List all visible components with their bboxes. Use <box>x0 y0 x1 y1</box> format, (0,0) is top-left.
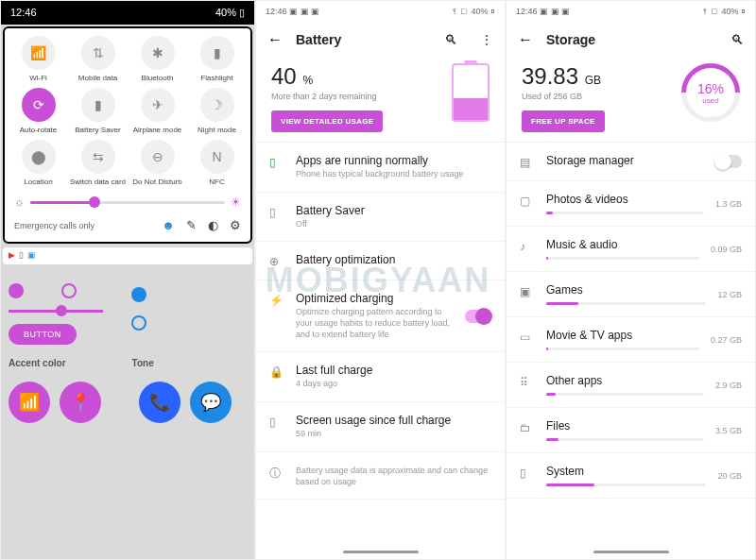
search-icon[interactable]: 🔍︎ <box>444 32 457 47</box>
qs-tile-switch-data-card[interactable]: ⇆Switch data card <box>68 140 128 186</box>
back-icon[interactable]: ← <box>267 31 283 48</box>
list-item[interactable]: 🗀 Files3.5 GB <box>507 408 755 453</box>
item-title: Games <box>546 283 706 297</box>
nav-bar[interactable] <box>593 551 669 553</box>
qs-tile-label: Switch data card <box>70 178 126 186</box>
search-icon[interactable]: 🔍︎ <box>730 32 744 47</box>
notification-tray[interactable]: ▶▯▣ <box>3 247 252 264</box>
qs-tile-label: Do Not Disturb <box>132 178 181 186</box>
qs-tile-label: Battery Saver <box>75 126 120 134</box>
page-title: Battery <box>296 32 421 47</box>
item-icon: ▣ <box>520 285 535 298</box>
quick-settings-card: 📶Wi-Fi⇅Mobile data✱Bluetooth▮Flashlight⟳… <box>3 26 252 244</box>
list-item[interactable]: ⊕ Battery optimization <box>256 242 505 280</box>
list-item[interactable]: ▢ Photos & videos1.3 GB <box>507 181 755 227</box>
list-item[interactable]: 🔒 Last full charge 4 days ago <box>256 352 505 402</box>
qs-tile-airplane-mode[interactable]: ✈Airplane mode <box>128 88 187 134</box>
toggle[interactable] <box>715 155 742 168</box>
item-icon: ▯ <box>269 206 284 219</box>
qs-tile-mobile-data[interactable]: ⇅Mobile data <box>68 36 128 82</box>
qs-tile-bluetooth[interactable]: ✱Bluetooth <box>128 36 187 82</box>
list-item[interactable]: ▯ Screen usage since full charge 59 min <box>256 402 505 452</box>
storage-panel: 12:46 ▣ ▣ ▣ ⫯ ⬚ 40% ▯ ← Storage 🔍︎ 39.83… <box>506 0 756 560</box>
item-icon: ⊕ <box>269 255 284 268</box>
item-value: 0.09 GB <box>711 245 742 254</box>
accent-wifi-icon: 📶 <box>9 382 50 423</box>
list-item[interactable]: ▤ Storage manager <box>507 143 755 181</box>
qs-tile-label: Airplane mode <box>133 126 182 134</box>
item-title: Optimized charging <box>296 292 454 305</box>
list-item[interactable]: ♪ Music & audio0.09 GB <box>507 227 755 272</box>
item-subtitle: Optimize charging pattern according to y… <box>296 307 454 340</box>
item-title: Files <box>546 419 704 433</box>
item-title: Movie & TV apps <box>546 329 699 342</box>
qs-tile-flashlight[interactable]: ▮Flashlight <box>187 36 247 82</box>
status-battery: 40% ▯ <box>215 7 245 19</box>
nav-bar[interactable] <box>343 551 419 553</box>
more-icon[interactable]: ⋮ <box>480 32 493 47</box>
list-item[interactable]: ⠿ Other apps2.9 GB <box>507 363 755 408</box>
qs-tile-night-mode[interactable]: ☽Night mode <box>187 88 247 134</box>
item-icon: ▯ <box>269 156 284 169</box>
qs-tile-label: Auto-rotate <box>20 126 58 134</box>
qs-tile-label: Location <box>24 178 52 186</box>
accent-label: Accent color <box>9 358 66 368</box>
theme-icon[interactable]: ◐ <box>208 218 218 232</box>
qs-tile-icon: N <box>200 140 234 174</box>
item-title: Photos & videos <box>546 193 704 206</box>
item-icon: ⓘ <box>269 466 284 482</box>
brightness-low-icon: ☼ <box>14 195 25 209</box>
back-icon[interactable]: ← <box>518 31 533 48</box>
item-icon: ⚡ <box>269 294 284 307</box>
list-item[interactable]: ▣ Games12 GB <box>507 272 755 317</box>
tone-label: Tone <box>132 358 154 368</box>
qs-tile-location[interactable]: ⬤Location <box>9 140 68 186</box>
settings-icon[interactable]: ⚙ <box>230 218 241 232</box>
qs-tile-icon: ⇆ <box>81 140 115 174</box>
item-value: 20 GB <box>717 471 742 481</box>
qs-tile-icon: ✈ <box>141 88 175 122</box>
status-bar: 12:46 ▣ ▣ ▣ ⫯ ⬚ 40% ▯ <box>256 1 505 22</box>
item-icon: ⠿ <box>520 376 535 389</box>
qs-tile-icon: ▮ <box>200 36 234 70</box>
item-icon: ▤ <box>520 156 535 169</box>
qs-tile-nfc[interactable]: NNFC <box>187 140 247 186</box>
list-item[interactable]: ⓘ Battery usage data is approximate and … <box>256 452 505 500</box>
theme-button[interactable]: BUTTON <box>9 324 77 345</box>
item-value: 2.9 GB <box>715 381 742 390</box>
list-item[interactable]: ⚡ Optimized charging Optimize charging p… <box>256 280 505 352</box>
qs-tile-icon: ⊖ <box>141 140 175 174</box>
qs-tile-icon: 📶 <box>22 36 56 70</box>
toggle[interactable] <box>465 310 491 323</box>
item-value: 1.3 GB <box>715 199 742 209</box>
qs-tile-auto-rotate[interactable]: ⟳Auto-rotate <box>9 88 68 134</box>
edit-icon[interactable]: ✎ <box>186 218 197 232</box>
status-bar: 12:46 40% ▯ <box>1 1 254 25</box>
list-item[interactable]: ▯ Apps are running normally Phone has ty… <box>256 143 505 193</box>
item-title: Battery Saver <box>296 204 491 217</box>
qs-tile-label: Bluetooth <box>142 74 174 82</box>
item-title: Storage manager <box>546 154 704 167</box>
battery-panel: 12:46 ▣ ▣ ▣ ⫯ ⬚ 40% ▯ ← Battery 🔍︎ ⋮ 40 … <box>255 0 506 560</box>
qs-tile-wi-fi[interactable]: 📶Wi-Fi <box>9 36 68 82</box>
qs-tile-battery-saver[interactable]: ▮Battery Saver <box>68 88 128 134</box>
item-title: Music & audio <box>546 238 699 251</box>
item-icon: 🔒 <box>269 365 284 379</box>
free-space-button[interactable]: FREE UP SPACE <box>522 110 605 132</box>
tone-message-icon: 💬 <box>190 382 232 423</box>
qs-tile-do-not-disturb[interactable]: ⊖Do Not Disturb <box>128 140 187 186</box>
status-time: 12:46 <box>10 7 37 19</box>
item-subtitle: 4 days ago <box>296 379 491 390</box>
item-subtitle: Phone has typical background battery usa… <box>296 169 491 180</box>
user-icon[interactable]: ☻ <box>162 218 175 232</box>
list-item[interactable]: ▯ System20 GB <box>507 453 755 499</box>
emergency-text: Emergency calls only <box>14 221 94 230</box>
brightness-slider[interactable]: ☼ ☀ <box>9 186 247 212</box>
item-subtitle: 59 min <box>296 429 491 440</box>
list-item[interactable]: ▭ Movie & TV apps0.27 GB <box>507 317 755 363</box>
item-icon: ▯ <box>520 467 535 480</box>
status-bar: 12:46 ▣ ▣ ▣ ⫯ ⬚ 40% ▯ <box>507 1 755 22</box>
list-item[interactable]: ▯ Battery Saver Off <box>256 193 505 243</box>
view-usage-button[interactable]: VIEW DETAILED USAGE <box>271 110 383 132</box>
item-title: System <box>546 465 706 478</box>
